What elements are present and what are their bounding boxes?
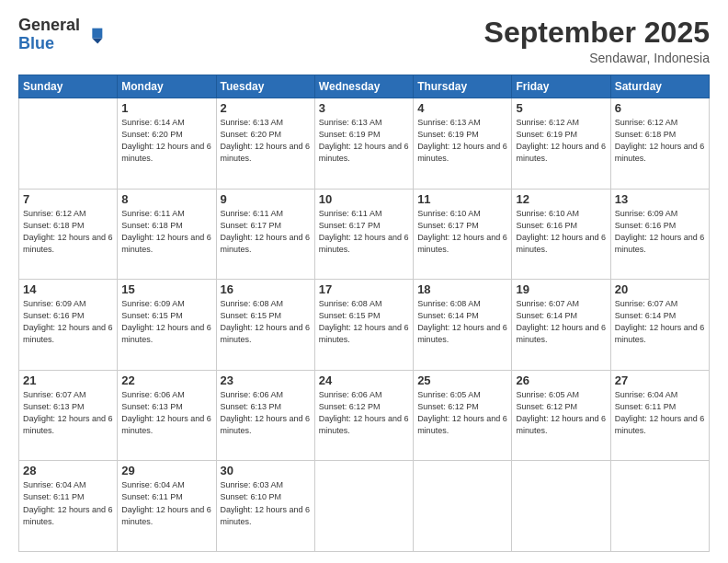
calendar-cell: 19Sunrise: 6:07 AMSunset: 6:14 PMDayligh…	[512, 280, 610, 371]
calendar-cell: 14Sunrise: 6:09 AMSunset: 6:16 PMDayligh…	[19, 280, 118, 371]
sun-info: Sunrise: 6:07 AMSunset: 6:14 PMDaylight:…	[516, 298, 606, 346]
calendar-cell: 4Sunrise: 6:13 AMSunset: 6:19 PMDaylight…	[414, 98, 512, 190]
calendar-cell: 18Sunrise: 6:08 AMSunset: 6:14 PMDayligh…	[414, 280, 512, 371]
calendar-cell: 8Sunrise: 6:11 AMSunset: 6:18 PMDaylight…	[118, 189, 216, 280]
day-number: 11	[417, 192, 507, 206]
calendar-cell: 21Sunrise: 6:07 AMSunset: 6:13 PMDayligh…	[19, 370, 118, 461]
calendar-cell	[314, 461, 413, 552]
sun-info: Sunrise: 6:10 AMSunset: 6:16 PMDaylight:…	[516, 208, 606, 256]
day-number: 4	[417, 101, 507, 115]
sun-info: Sunrise: 6:12 AMSunset: 6:19 PMDaylight:…	[516, 117, 606, 165]
calendar-cell: 27Sunrise: 6:04 AMSunset: 6:11 PMDayligh…	[610, 370, 709, 461]
sun-info: Sunrise: 6:13 AMSunset: 6:19 PMDaylight:…	[319, 117, 409, 165]
calendar-cell: 22Sunrise: 6:06 AMSunset: 6:13 PMDayligh…	[118, 370, 216, 461]
calendar-cell: 20Sunrise: 6:07 AMSunset: 6:14 PMDayligh…	[610, 280, 709, 371]
logo-icon	[85, 25, 106, 45]
header-friday: Friday	[512, 75, 610, 98]
day-number: 2	[221, 101, 311, 115]
sun-info: Sunrise: 6:04 AMSunset: 6:11 PMDaylight:…	[23, 479, 113, 527]
day-number: 22	[121, 373, 211, 387]
day-number: 24	[319, 373, 409, 387]
day-number: 30	[221, 464, 311, 477]
day-number: 18	[417, 282, 507, 296]
day-number: 21	[23, 373, 113, 387]
calendar-cell: 10Sunrise: 6:11 AMSunset: 6:17 PMDayligh…	[314, 189, 413, 280]
sun-info: Sunrise: 6:07 AMSunset: 6:13 PMDaylight:…	[23, 389, 113, 437]
sun-info: Sunrise: 6:05 AMSunset: 6:12 PMDaylight:…	[417, 389, 507, 437]
sun-info: Sunrise: 6:10 AMSunset: 6:17 PMDaylight:…	[417, 208, 507, 256]
sun-info: Sunrise: 6:11 AMSunset: 6:18 PMDaylight:…	[121, 208, 211, 256]
svg-marker-1	[92, 38, 102, 43]
calendar-cell: 13Sunrise: 6:09 AMSunset: 6:16 PMDayligh…	[610, 189, 709, 280]
day-number: 27	[615, 373, 705, 387]
header-wednesday: Wednesday	[314, 75, 413, 98]
day-number: 5	[516, 101, 606, 115]
day-number: 29	[121, 464, 211, 477]
week-row-2: 7Sunrise: 6:12 AMSunset: 6:18 PMDaylight…	[19, 189, 710, 280]
day-number: 6	[615, 101, 705, 115]
sun-info: Sunrise: 6:08 AMSunset: 6:15 PMDaylight:…	[221, 298, 311, 346]
calendar-cell: 23Sunrise: 6:06 AMSunset: 6:13 PMDayligh…	[216, 370, 314, 461]
calendar-cell: 28Sunrise: 6:04 AMSunset: 6:11 PMDayligh…	[19, 461, 118, 552]
title-block: September 2025 Sendawar, Indonesia	[484, 17, 710, 65]
calendar-cell: 1Sunrise: 6:14 AMSunset: 6:20 PMDaylight…	[118, 98, 216, 190]
sun-info: Sunrise: 6:11 AMSunset: 6:17 PMDaylight:…	[319, 208, 409, 256]
day-number: 9	[221, 192, 311, 206]
week-row-1: 1Sunrise: 6:14 AMSunset: 6:20 PMDaylight…	[19, 98, 710, 190]
day-number: 1	[121, 101, 211, 115]
day-number: 12	[516, 192, 606, 206]
calendar-cell	[414, 461, 512, 552]
logo-blue: Blue	[18, 35, 80, 53]
day-number: 10	[319, 192, 409, 206]
sun-info: Sunrise: 6:12 AMSunset: 6:18 PMDaylight:…	[615, 117, 705, 165]
header: General Blue September 2025 Sendawar, In…	[18, 17, 710, 65]
day-number: 3	[319, 101, 409, 115]
sun-info: Sunrise: 6:03 AMSunset: 6:10 PMDaylight:…	[221, 479, 311, 527]
sun-info: Sunrise: 6:08 AMSunset: 6:15 PMDaylight:…	[319, 298, 409, 346]
calendar-cell: 29Sunrise: 6:04 AMSunset: 6:11 PMDayligh…	[118, 461, 216, 552]
calendar-cell: 2Sunrise: 6:13 AMSunset: 6:20 PMDaylight…	[216, 98, 314, 190]
calendar-cell: 15Sunrise: 6:09 AMSunset: 6:15 PMDayligh…	[118, 280, 216, 371]
month-title: September 2025	[484, 17, 710, 49]
calendar-cell: 30Sunrise: 6:03 AMSunset: 6:10 PMDayligh…	[216, 461, 314, 552]
header-tuesday: Tuesday	[216, 75, 314, 98]
calendar-cell	[610, 461, 709, 552]
day-number: 26	[516, 373, 606, 387]
day-number: 15	[121, 282, 211, 296]
calendar-cell: 3Sunrise: 6:13 AMSunset: 6:19 PMDaylight…	[314, 98, 413, 190]
day-number: 16	[221, 282, 311, 296]
location: Sendawar, Indonesia	[484, 51, 710, 65]
day-number: 13	[615, 192, 705, 206]
calendar-cell: 6Sunrise: 6:12 AMSunset: 6:18 PMDaylight…	[610, 98, 709, 190]
sun-info: Sunrise: 6:09 AMSunset: 6:16 PMDaylight:…	[615, 208, 705, 256]
calendar-cell: 16Sunrise: 6:08 AMSunset: 6:15 PMDayligh…	[216, 280, 314, 371]
page: General Blue September 2025 Sendawar, In…	[0, 0, 728, 563]
calendar-cell: 7Sunrise: 6:12 AMSunset: 6:18 PMDaylight…	[19, 189, 118, 280]
sun-info: Sunrise: 6:11 AMSunset: 6:17 PMDaylight:…	[221, 208, 311, 256]
day-number: 14	[23, 282, 113, 296]
sun-info: Sunrise: 6:12 AMSunset: 6:18 PMDaylight:…	[23, 208, 113, 256]
sun-info: Sunrise: 6:14 AMSunset: 6:20 PMDaylight:…	[121, 117, 211, 165]
sun-info: Sunrise: 6:06 AMSunset: 6:12 PMDaylight:…	[319, 389, 409, 437]
sun-info: Sunrise: 6:06 AMSunset: 6:13 PMDaylight:…	[121, 389, 211, 437]
calendar-cell: 17Sunrise: 6:08 AMSunset: 6:15 PMDayligh…	[314, 280, 413, 371]
week-row-3: 14Sunrise: 6:09 AMSunset: 6:16 PMDayligh…	[19, 280, 710, 371]
header-monday: Monday	[118, 75, 216, 98]
sun-info: Sunrise: 6:07 AMSunset: 6:14 PMDaylight:…	[615, 298, 705, 346]
calendar-cell: 5Sunrise: 6:12 AMSunset: 6:19 PMDaylight…	[512, 98, 610, 190]
day-number: 8	[121, 192, 211, 206]
calendar-cell: 9Sunrise: 6:11 AMSunset: 6:17 PMDaylight…	[216, 189, 314, 280]
day-number: 25	[417, 373, 507, 387]
calendar-cell: 25Sunrise: 6:05 AMSunset: 6:12 PMDayligh…	[414, 370, 512, 461]
calendar-cell	[512, 461, 610, 552]
logo-general: General	[18, 17, 80, 35]
calendar-cell	[19, 98, 118, 190]
day-number: 19	[516, 282, 606, 296]
sun-info: Sunrise: 6:09 AMSunset: 6:16 PMDaylight:…	[23, 298, 113, 346]
svg-marker-0	[92, 28, 102, 38]
sun-info: Sunrise: 6:13 AMSunset: 6:19 PMDaylight:…	[417, 117, 507, 165]
logo: General Blue	[18, 17, 106, 53]
calendar-table: Sunday Monday Tuesday Wednesday Thursday…	[18, 75, 710, 552]
sun-info: Sunrise: 6:04 AMSunset: 6:11 PMDaylight:…	[121, 479, 211, 527]
sun-info: Sunrise: 6:13 AMSunset: 6:20 PMDaylight:…	[221, 117, 311, 165]
